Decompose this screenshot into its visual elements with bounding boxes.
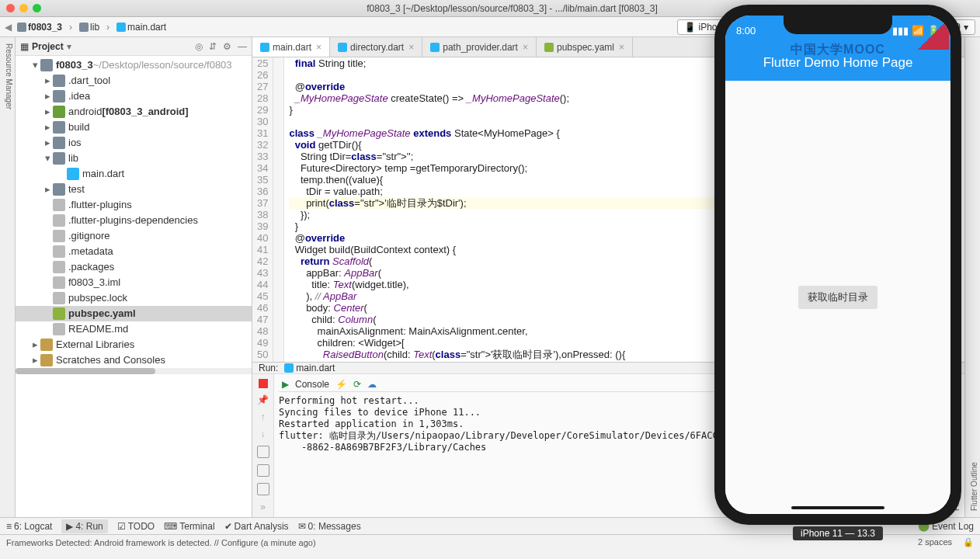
tree-externalLibs[interactable]: ▸External Libraries <box>16 337 252 352</box>
tab-run[interactable]: ▶ 4: Run <box>61 519 107 533</box>
tree-item--metadata[interactable]: .metadata <box>16 244 252 259</box>
target-icon[interactable]: ◎ <box>195 41 203 52</box>
tree-item--flutter-plugins-dependencies[interactable]: .flutter-plugins-dependencies <box>16 213 252 228</box>
tab-todo[interactable]: ☑ TODO <box>117 521 155 532</box>
pin-icon[interactable]: 📌 <box>257 394 269 405</box>
line-gutter: 2526272829303132333435363738394041424344… <box>252 57 273 362</box>
tool-flutter-outline[interactable]: Flutter Outline <box>970 43 978 511</box>
hide-icon[interactable]: — <box>238 41 247 52</box>
tree-item-test[interactable]: ▸test <box>16 182 252 197</box>
tab-path-provider-dart[interactable]: path_provider.dart× <box>422 37 537 57</box>
bc-project[interactable]: f0803_3 <box>15 21 64 33</box>
tree-root[interactable]: ▾f0803_3 ~/Desktop/lesson/source/f0803 <box>16 57 252 73</box>
tree-item-readme-md[interactable]: README.md <box>16 321 252 337</box>
close-icon[interactable] <box>6 4 15 12</box>
tree-item--packages[interactable]: .packages <box>16 259 252 275</box>
project-tree[interactable]: ▾f0803_3 ~/Desktop/lesson/source/f0803▸.… <box>16 56 252 517</box>
emulator-label: iPhone 11 — 13.3 <box>793 526 883 540</box>
console-title[interactable]: Console <box>295 379 329 390</box>
chevron-down-icon[interactable]: ▾ <box>67 41 71 52</box>
tree-item-build[interactable]: ▸build <box>16 120 252 135</box>
bc-folder[interactable]: lib <box>77 21 102 33</box>
project-panel: ▦ Project ▾ ◎ ⇵ ⚙ — ▾f0803_3 ~/Desktop/l… <box>16 37 252 517</box>
get-temp-dir-button[interactable]: 获取临时目录 <box>798 286 877 309</box>
tree-item-ios[interactable]: ▸ios <box>16 135 252 151</box>
bc-file[interactable]: main.dart <box>114 21 169 33</box>
watermark: 中国大学MOOC <box>791 42 885 58</box>
status-message[interactable]: Frameworks Detected: Android framework i… <box>6 538 316 547</box>
wrap-icon[interactable] <box>257 446 269 458</box>
tab-directory-dart[interactable]: directory.dart× <box>330 37 422 57</box>
close-icon[interactable]: × <box>523 42 528 53</box>
down-icon[interactable]: ↓ <box>261 429 266 439</box>
zoom-icon[interactable] <box>33 4 41 12</box>
more-icon[interactable]: » <box>260 502 266 512</box>
ios-time: 8:00 <box>736 25 756 36</box>
tab-messages[interactable]: ✉ 0: Messages <box>298 521 361 532</box>
tab-dart-analysis[interactable]: ✔ Dart Analysis <box>224 521 289 532</box>
run-config[interactable]: main.dart <box>284 363 335 373</box>
close-icon[interactable]: × <box>408 42 414 53</box>
project-header: ▦ Project ▾ ◎ ⇵ ⚙ — <box>16 37 252 56</box>
tab-pubspec-yaml[interactable]: pubspec.yaml× <box>537 37 633 57</box>
back-icon[interactable]: ◀ <box>5 22 12 33</box>
run-label: Run: <box>259 363 278 373</box>
scroll-icon[interactable] <box>257 464 269 477</box>
tab-main-dart[interactable]: main.dart× <box>252 37 330 57</box>
tree-scratches[interactable]: ▸Scratches and Consoles <box>16 352 252 368</box>
right-tool-strip: Flutter Outline Flutter Inspector Flutte… <box>964 37 980 517</box>
bc-sep <box>68 22 74 33</box>
tree-item-lib[interactable]: ▾lib <box>16 151 252 166</box>
tool-resource-manager[interactable]: Resource Manager <box>5 43 13 511</box>
tab-logcat[interactable]: ≡ 6: Logcat <box>6 521 52 532</box>
app-body: 获取临时目录 <box>725 81 950 514</box>
rerun-icon[interactable]: ▶ <box>282 379 289 390</box>
left-tool-strip: Resource Manager <box>0 37 16 517</box>
stop-button[interactable] <box>259 379 268 388</box>
reload-icon[interactable]: ⟳ <box>353 379 361 390</box>
gear-icon[interactable]: ⚙ <box>223 41 231 52</box>
project-title[interactable]: Project <box>32 41 64 52</box>
status-spaces[interactable]: 2 spaces <box>918 537 952 547</box>
emulator-screen[interactable]: 中国大学MOOC 8:00 ▮▮▮ 📶 🔋 Flutter Demo Home … <box>725 16 950 514</box>
tree-item--flutter-plugins[interactable]: .flutter-plugins <box>16 197 252 213</box>
tree-item--idea[interactable]: ▸.idea <box>16 89 252 104</box>
home-indicator[interactable] <box>791 506 884 509</box>
phone-icon: 📱 <box>684 22 696 33</box>
debug-banner <box>918 19 949 50</box>
print-icon[interactable] <box>257 483 269 495</box>
status-lock-icon[interactable]: 🔒 <box>963 537 974 547</box>
up-icon[interactable]: ↑ <box>261 411 266 422</box>
bc-sep <box>105 22 111 33</box>
gutter-marks <box>273 57 284 362</box>
signal-icon: ▮▮▮ <box>892 25 909 36</box>
close-icon[interactable]: × <box>316 42 321 53</box>
project-icon: ▦ <box>20 41 29 52</box>
emulator-frame: 中国大学MOOC 8:00 ▮▮▮ 📶 🔋 Flutter Demo Home … <box>714 5 961 525</box>
tree-item-pubspec-lock[interactable]: pubspec.lock <box>16 290 252 306</box>
open-icon[interactable]: ☁ <box>367 379 377 390</box>
close-icon[interactable]: × <box>619 42 624 53</box>
tree-item-f0803-3-iml[interactable]: f0803_3.iml <box>16 275 252 290</box>
run-toolbar: 📌 ↑ ↓ » <box>252 374 274 517</box>
tree-item-pubspec-yaml[interactable]: pubspec.yaml <box>16 306 252 321</box>
tree-item--gitignore[interactable]: .gitignore <box>16 228 252 244</box>
notch <box>784 16 892 34</box>
tree-item-android[interactable]: ▸android [f0803_3_android] <box>16 104 252 120</box>
tree-item-main-dart[interactable]: main.dart <box>16 166 252 182</box>
lightning-icon[interactable]: ⚡ <box>335 379 347 390</box>
minimize-icon[interactable] <box>19 4 28 12</box>
window-controls <box>6 4 41 12</box>
collapse-icon[interactable]: ⇵ <box>209 41 217 52</box>
chevron-down-icon: ▾ <box>964 22 968 33</box>
tab-terminal[interactable]: ⌨ Terminal <box>164 521 214 532</box>
tree-item--dart-tool[interactable]: ▸.dart_tool <box>16 73 252 89</box>
